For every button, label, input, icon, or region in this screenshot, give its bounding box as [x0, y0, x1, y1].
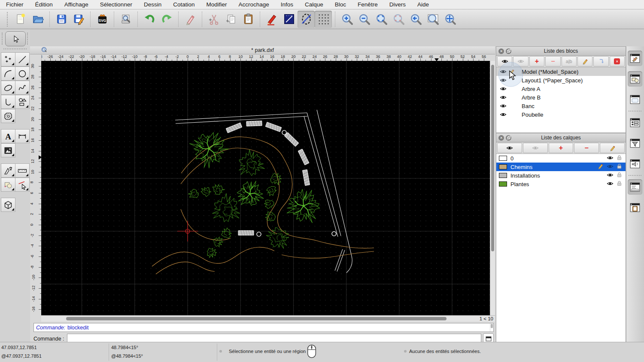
- add-block-button[interactable]: +: [529, 56, 544, 66]
- open-button[interactable]: [29, 11, 46, 28]
- block-row-layout1-paper-space-[interactable]: Layout1 (*Paper_Space): [496, 76, 626, 84]
- circle-tool[interactable]: [15, 66, 30, 81]
- new-button[interactable]: [12, 11, 29, 28]
- menu-edition[interactable]: Édition: [35, 1, 53, 8]
- polyline-tool[interactable]: [1, 95, 15, 109]
- horizontal-scrollbar[interactable]: [41, 316, 475, 322]
- dock-toggle-layer-list[interactable]: [628, 115, 642, 130]
- remove-block-button[interactable]: −: [545, 56, 560, 66]
- zoom-auto-button[interactable]: [373, 11, 390, 28]
- menu-fichier[interactable]: Fichier: [6, 1, 24, 8]
- paste-button[interactable]: [240, 11, 257, 28]
- layer-lock-icon[interactable]: [617, 155, 622, 162]
- layer-visibility-icon[interactable]: [607, 172, 614, 179]
- dock-toggle-library-browser[interactable]: [628, 92, 642, 107]
- shapes-tool[interactable]: [15, 95, 30, 109]
- arc-tool[interactable]: [1, 66, 15, 81]
- layer-row-plantes[interactable]: Plantes: [496, 180, 626, 188]
- edit-block-button[interactable]: [577, 56, 592, 66]
- drawing-canvas[interactable]: [41, 61, 490, 315]
- line-attributes-button[interactable]: [280, 11, 298, 28]
- vertical-scrollbar[interactable]: [490, 61, 495, 315]
- spline-tool[interactable]: [15, 81, 30, 95]
- block-visibility-icon[interactable]: [500, 69, 507, 74]
- rename-block-button[interactable]: a|b: [562, 56, 577, 66]
- save-button[interactable]: [53, 11, 70, 28]
- edit-layer-button[interactable]: [600, 143, 625, 153]
- solid-tool[interactable]: [1, 198, 15, 212]
- drawing-window-titlebar[interactable]: * park.dxf: [30, 46, 495, 54]
- layer-visibility-icon[interactable]: [607, 181, 614, 187]
- menu-fenetre[interactable]: Fenêtre: [358, 1, 378, 8]
- cut-button[interactable]: [205, 11, 222, 28]
- undo-button[interactable]: [141, 11, 158, 28]
- dock-toggle-clipboard-panel[interactable]: [628, 200, 642, 215]
- remove-layer-button[interactable]: −: [574, 143, 599, 153]
- menu-aide[interactable]: Aide: [417, 1, 429, 8]
- float-panel-icon[interactable]: [506, 48, 511, 54]
- dock-toggle-command-options[interactable]: [628, 156, 642, 172]
- pen-attributes-button[interactable]: [263, 11, 280, 28]
- show-all-blocks-button[interactable]: [497, 56, 512, 66]
- hide-all-layers-button[interactable]: [523, 143, 548, 153]
- menu-divers[interactable]: Divers: [389, 1, 406, 8]
- zoom-previous-button[interactable]: [407, 11, 424, 28]
- hide-all-blocks-button[interactable]: [513, 56, 528, 66]
- pan-button[interactable]: [441, 11, 459, 28]
- block-visibility-icon[interactable]: [500, 112, 507, 117]
- zoom-selection-button[interactable]: [390, 11, 407, 28]
- save-as-button[interactable]: [70, 11, 87, 28]
- vertical-scrollbar-thumb[interactable]: [491, 65, 494, 251]
- close-panel-icon[interactable]: ✕: [498, 135, 504, 141]
- dock-toggle-property-editor[interactable]: [628, 51, 642, 66]
- dimension-tool[interactable]: [15, 129, 30, 143]
- dock-toggle-command-history[interactable]: [628, 179, 642, 195]
- menu-modifier[interactable]: Modifier: [206, 1, 227, 8]
- line-tool[interactable]: [15, 52, 30, 66]
- layer-lock-icon[interactable]: [617, 181, 622, 187]
- hatch-tool[interactable]: [1, 109, 15, 123]
- add-layer-button[interactable]: +: [549, 143, 574, 153]
- block-row-banc[interactable]: Banc: [496, 102, 626, 110]
- layer-row-chemins[interactable]: Chemins: [496, 163, 626, 171]
- menu-affichage[interactable]: Affichage: [64, 1, 88, 8]
- layer-lock-icon[interactable]: [617, 172, 622, 179]
- menu-calque[interactable]: Calque: [305, 1, 323, 8]
- menu-infos[interactable]: Infos: [281, 1, 293, 8]
- block-row-arbre-a[interactable]: Arbre A: [496, 84, 626, 93]
- layer-color-swatch[interactable]: [499, 173, 507, 178]
- menu-dessin[interactable]: Dessin: [144, 1, 161, 8]
- ellipse-tool[interactable]: [1, 81, 15, 95]
- layer-row-0[interactable]: 0: [496, 154, 626, 163]
- points-tool[interactable]: [1, 52, 15, 66]
- delete-block-button[interactable]: ✕: [610, 56, 625, 66]
- block-row-poubelle[interactable]: Poubelle: [496, 110, 626, 119]
- layer-visibility-icon[interactable]: [607, 164, 614, 170]
- dock-toggle-block-list[interactable]: [628, 71, 642, 87]
- layer-row-installations[interactable]: Installations: [496, 171, 626, 180]
- text-tool[interactable]: A: [1, 129, 15, 143]
- close-panel-icon[interactable]: ✕: [498, 48, 504, 54]
- selection-tool-button[interactable]: [5, 31, 26, 46]
- layer-visibility-icon[interactable]: [607, 155, 614, 162]
- show-all-layers-button[interactable]: [497, 143, 522, 153]
- menu-accrochage[interactable]: Accrochage: [238, 1, 269, 8]
- zoom-out-button[interactable]: [355, 11, 373, 28]
- layer-color-swatch[interactable]: [499, 181, 507, 187]
- menu-cotation[interactable]: Cotation: [173, 1, 194, 8]
- insert-block-button[interactable]: [593, 56, 608, 66]
- layer-color-swatch[interactable]: [499, 164, 507, 169]
- block-visibility-icon[interactable]: [500, 78, 507, 83]
- block-row-arbre-b[interactable]: Arbre B: [496, 93, 626, 102]
- dock-toggle-selection-filter[interactable]: [628, 136, 642, 151]
- zoom-window-button[interactable]: [424, 11, 441, 28]
- float-panel-icon[interactable]: [506, 135, 511, 141]
- command-history-scrollbar[interactable]: [490, 323, 493, 332]
- image-tool[interactable]: [1, 143, 15, 157]
- measure-tool[interactable]: [15, 163, 30, 178]
- block-visibility-icon[interactable]: [500, 86, 507, 91]
- layer-lock-icon[interactable]: [617, 163, 622, 170]
- circle-attributes-button[interactable]: [298, 11, 315, 28]
- layer-color-swatch[interactable]: [499, 156, 507, 161]
- menu-bloc[interactable]: Bloc: [335, 1, 346, 8]
